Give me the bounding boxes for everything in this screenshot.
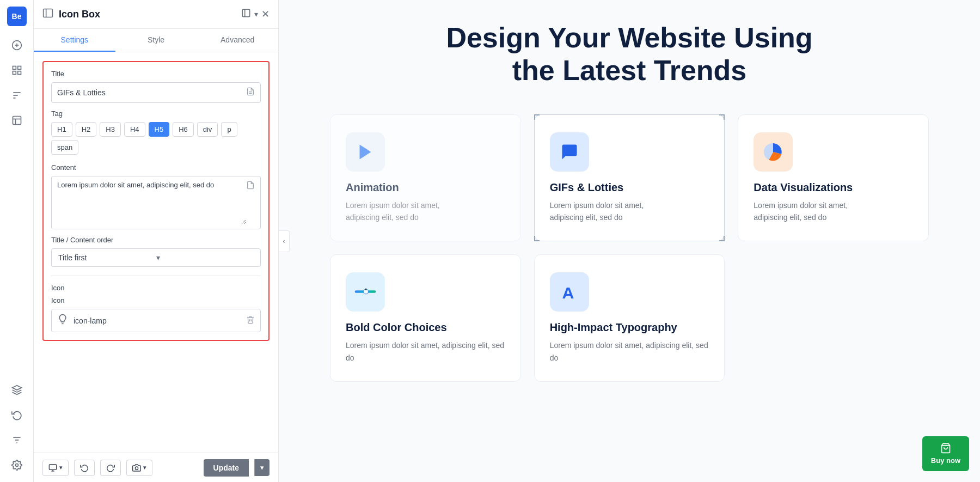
card-gifs-title: GIFs & Lotties (550, 181, 709, 194)
panel-chevron-icon[interactable]: ▾ (254, 10, 258, 19)
panel-content: Title Tag H1 H2 H3 H4 H5 H6 div p span (34, 52, 278, 453)
layers-icon[interactable] (7, 380, 27, 400)
card-typography-icon: A (550, 272, 589, 312)
title-field-icon[interactable] (246, 87, 255, 98)
panel-header-actions: ▾ ✕ (241, 8, 270, 21)
tag-span[interactable]: span (51, 140, 78, 155)
icon-input-row: icon-lamp (51, 309, 261, 332)
tag-p[interactable]: p (221, 122, 237, 137)
app-logo[interactable]: Be (7, 7, 27, 26)
card-gifs-icon (550, 132, 589, 172)
svg-point-27 (135, 467, 138, 469)
card-animation-text: Lorem ipsum dolor sit amet,adipiscing el… (346, 199, 505, 224)
card-gifs-lotties[interactable]: GIFs & Lotties Lorem ipsum dolor sit ame… (534, 114, 725, 242)
svg-rect-10 (13, 117, 21, 125)
section-divider (51, 276, 261, 276)
card-bold-color: Bold Color Choices Lorem ipsum dolor sit… (330, 254, 521, 382)
corner-tr (719, 114, 725, 120)
filter-icon[interactable] (7, 430, 27, 450)
sort-icon[interactable] (7, 85, 27, 106)
order-select[interactable]: Title first ▾ (51, 248, 261, 267)
tab-style[interactable]: Style (115, 29, 197, 52)
content-field-label: Content (51, 163, 261, 172)
camera-button[interactable]: ▾ (126, 460, 152, 476)
collapse-panel-button[interactable]: ‹ (279, 230, 290, 252)
content-textarea-row: Lorem ipsum dolor sit amet, adipiscing e… (51, 176, 261, 229)
left-toolbar: Be (0, 0, 34, 482)
canvas-heading: Design Your Website Using the Latest Tre… (311, 22, 947, 87)
tag-group: H1 H2 H3 H4 H5 H6 div p span (51, 122, 261, 155)
order-field-label: Title / Content order (51, 236, 261, 244)
icon-preview (57, 314, 68, 327)
tag-field-label: Tag (51, 109, 261, 118)
monitor-button[interactable]: ▾ (42, 460, 69, 476)
card-typography-title: High-Impact Typography (550, 321, 709, 334)
cart-icon (940, 443, 951, 455)
svg-rect-3 (13, 66, 16, 70)
panel-tabs: Settings Style Advanced (34, 29, 278, 52)
content-textarea[interactable]: Lorem ipsum dolor sit amet, adipiscing e… (57, 181, 246, 224)
panel-expand-icon[interactable] (241, 8, 251, 21)
layout-icon[interactable] (7, 110, 27, 131)
icon-name-value: icon-lamp (74, 316, 241, 325)
card-typography-text: Lorem ipsum dolor sit amet, adipiscing e… (550, 339, 709, 364)
content-field-icon[interactable] (246, 181, 255, 192)
panel-header-icon (42, 8, 53, 21)
card-bold-color-title: Bold Color Choices (346, 321, 505, 334)
panel-title: Icon Box (59, 9, 236, 20)
card-data-viz: Data Visualizations Lorem ipsum dolor si… (738, 114, 929, 242)
redo-button[interactable] (100, 460, 121, 476)
corner-bl (534, 236, 540, 241)
history-icon[interactable] (7, 405, 27, 425)
update-dropdown-button[interactable]: ▾ (254, 459, 270, 476)
corner-tl (534, 114, 540, 120)
grid-icon[interactable] (7, 60, 27, 81)
tag-h5[interactable]: H5 (149, 122, 170, 137)
panel-close-icon[interactable]: ✕ (261, 8, 270, 20)
cards-grid: Animation Lorem ipsum dolor sit amet,adi… (330, 114, 929, 382)
undo-button[interactable] (74, 460, 95, 476)
panel-header: Icon Box ▾ ✕ (34, 0, 278, 29)
svg-rect-18 (44, 9, 53, 17)
chevron-down-icon: ▾ (156, 253, 254, 262)
tab-settings[interactable]: Settings (34, 29, 115, 52)
settings-icon[interactable] (7, 455, 27, 475)
title-input[interactable] (57, 88, 246, 97)
update-button[interactable]: Update (204, 459, 249, 477)
svg-rect-20 (242, 9, 250, 17)
tag-h4[interactable]: H4 (124, 122, 145, 137)
camera-chevron: ▾ (143, 464, 146, 471)
card-typography: A High-Impact Typography Lorem ipsum dol… (534, 254, 725, 382)
corner-br (719, 236, 725, 241)
card-animation: Animation Lorem ipsum dolor sit amet,adi… (330, 114, 521, 242)
add-icon[interactable] (7, 35, 27, 56)
title-input-row (51, 82, 261, 103)
main-settings-section: Title Tag H1 H2 H3 H4 H5 H6 div p span (42, 61, 270, 341)
buy-now-button[interactable]: Buy now (922, 436, 969, 471)
card-gifs-text: Lorem ipsum dolor sit amet,adipiscing el… (550, 199, 709, 224)
buy-now-label: Buy now (931, 456, 960, 465)
tag-div[interactable]: div (197, 122, 218, 137)
bottom-toolbar: ▾ ▾ Update ▾ (34, 453, 278, 482)
svg-rect-24 (49, 465, 56, 469)
card-bold-color-icon (346, 272, 385, 312)
settings-panel: Icon Box ▾ ✕ Settings Style Advanced Tit… (34, 0, 279, 482)
tag-h3[interactable]: H3 (100, 122, 121, 137)
svg-text:A: A (562, 283, 574, 302)
tag-h6[interactable]: H6 (173, 122, 194, 137)
delete-icon-button[interactable] (246, 315, 255, 326)
tab-advanced[interactable]: Advanced (197, 29, 278, 52)
svg-point-17 (15, 464, 18, 467)
svg-rect-5 (13, 71, 16, 75)
icon-section-label: Icon (51, 284, 261, 292)
svg-rect-6 (17, 71, 21, 75)
order-select-value: Title first (58, 253, 156, 262)
card-animation-title: Animation (346, 181, 505, 194)
svg-rect-4 (17, 66, 21, 70)
monitor-chevron: ▾ (59, 464, 63, 471)
tag-h1[interactable]: H1 (51, 122, 72, 137)
card-bold-color-text: Lorem ipsum dolor sit amet, adipiscing e… (346, 339, 505, 364)
tag-h2[interactable]: H2 (76, 122, 97, 137)
title-field-label: Title (51, 70, 261, 78)
card-data-viz-title: Data Visualizations (754, 181, 913, 194)
